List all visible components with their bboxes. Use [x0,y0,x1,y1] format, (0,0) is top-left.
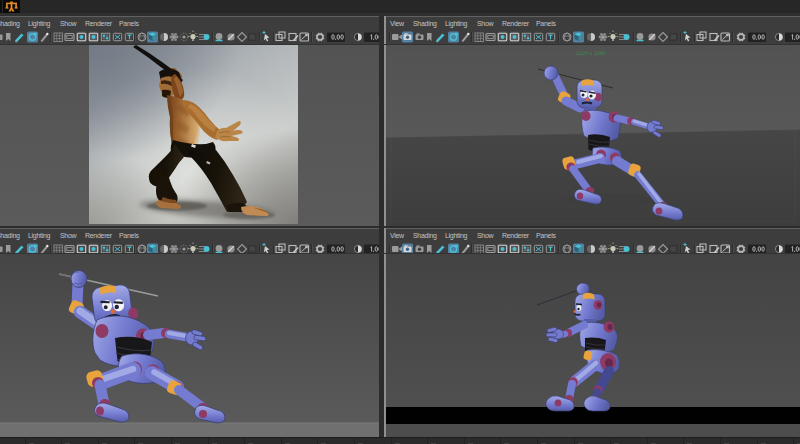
svg-text:1920 x 1080: 1920 x 1080 [576,51,606,57]
